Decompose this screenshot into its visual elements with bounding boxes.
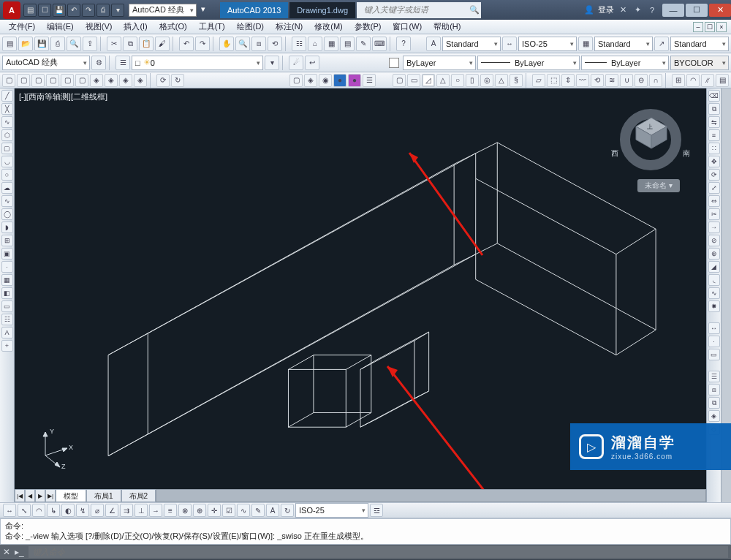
menu-format[interactable]: 格式(O)	[155, 20, 192, 34]
vs-2dwire-icon[interactable]: ▢	[289, 74, 303, 87]
open-icon[interactable]: 📂	[18, 37, 33, 51]
cut-icon[interactable]: ✂	[107, 37, 121, 51]
polygon-icon[interactable]: ⬡	[1, 129, 13, 141]
section-icon[interactable]: ⫽	[701, 74, 714, 87]
view-neiso-icon[interactable]: ◈	[119, 74, 132, 87]
close-button[interactable]: ✕	[709, 4, 731, 17]
help-icon[interactable]: ?	[646, 4, 658, 16]
view-seiso-icon[interactable]: ◈	[105, 74, 118, 87]
table-icon[interactable]: ☷	[1, 314, 13, 325]
command-history[interactable]: 命令: 命令: _-view 输入选项 [?/删除(D)/正交(O)/恢复(R)…	[0, 518, 731, 545]
lineweight-combo[interactable]: ByLayer	[581, 56, 669, 70]
print-icon[interactable]: ⎙	[50, 37, 65, 51]
textstyle-icon[interactable]: A	[426, 37, 441, 51]
view-top-icon[interactable]: ▢	[2, 74, 15, 87]
union-icon[interactable]: ∪	[620, 74, 633, 87]
view-bottom-icon[interactable]: ▢	[17, 74, 30, 87]
select-icon[interactable]: ▭	[708, 349, 720, 360]
tab-layout1[interactable]: 布局1	[86, 489, 121, 502]
qat-save-icon[interactable]: 💾	[53, 4, 66, 17]
mtext-icon[interactable]: A	[1, 327, 13, 338]
wedge-icon[interactable]: ◿	[422, 74, 435, 87]
save-icon[interactable]: 💾	[34, 37, 49, 51]
menu-window[interactable]: 窗口(W)	[388, 20, 426, 34]
maximize-button[interactable]: ☐	[686, 4, 708, 17]
regen-icon[interactable]: ↻	[171, 74, 184, 87]
centermark-icon[interactable]: ✛	[208, 504, 221, 517]
spline-icon[interactable]: ∿	[1, 195, 13, 207]
mdi-minimize-icon[interactable]: –	[693, 22, 703, 32]
mesh-icon[interactable]: ⊞	[672, 74, 685, 87]
hscroll-track[interactable]	[156, 489, 706, 502]
dimstyle-icon[interactable]: ↔	[502, 37, 517, 51]
search-box[interactable]: 键入关键字或短语	[357, 2, 481, 18]
layer-prev-icon[interactable]: ↩	[305, 56, 319, 70]
menu-tools[interactable]: 工具(T)	[194, 20, 230, 34]
qat-more-icon[interactable]: ▾	[111, 4, 124, 17]
vs-conceptual-icon[interactable]: ●	[348, 74, 361, 87]
help2-icon[interactable]: ?	[396, 37, 411, 51]
view-back-icon[interactable]: ▢	[75, 74, 88, 87]
chamfer-icon[interactable]: ◢	[708, 261, 720, 273]
loft-icon[interactable]: ≋	[605, 74, 618, 87]
extend-icon[interactable]: →	[708, 222, 720, 233]
erase-icon[interactable]: ⌫	[708, 90, 720, 102]
workspace-combo[interactable]: AutoCAD 经典	[2, 56, 90, 70]
ptor-icon[interactable]: ·	[708, 336, 720, 347]
markup-icon[interactable]: ✎	[356, 37, 371, 51]
orbit-icon[interactable]: ⟳	[156, 74, 170, 87]
new-icon[interactable]: ▤	[2, 37, 17, 51]
document-tab[interactable]: Drawing1.dwg	[289, 2, 355, 18]
dimjog-icon[interactable]: ↯	[76, 504, 89, 517]
layerprops-icon[interactable]: ☰	[115, 56, 130, 70]
viewcube[interactable]: 上 西 南	[616, 105, 686, 175]
sphere-icon[interactable]: ○	[451, 74, 464, 87]
sheetset-icon[interactable]: ▤	[340, 37, 355, 51]
addselected-icon[interactable]: +	[1, 340, 13, 352]
vs-manage-icon[interactable]: ☰	[363, 74, 376, 87]
signin-label[interactable]: 登录	[598, 4, 614, 15]
insert-icon[interactable]: ⊞	[1, 235, 13, 246]
gradient-icon[interactable]: ◧	[1, 287, 13, 299]
undo-icon[interactable]: ↶	[179, 37, 194, 51]
linetype-combo[interactable]: ByLayer	[477, 56, 580, 70]
vs-3dwire-icon[interactable]: ◈	[304, 74, 317, 87]
qat-new-icon[interactable]: ▤	[23, 4, 37, 17]
paste-icon[interactable]: 📋	[139, 37, 154, 51]
offset-icon[interactable]: ≡	[708, 129, 720, 141]
hatch-icon[interactable]: ▦	[1, 274, 13, 286]
workspace-dropdown-icon[interactable]: ▾	[201, 4, 213, 16]
menu-view[interactable]: 视图(V)	[81, 20, 117, 34]
command-input[interactable]	[29, 546, 728, 558]
qat-undo-icon[interactable]: ↶	[67, 4, 80, 17]
menu-dimension[interactable]: 标注(N)	[271, 20, 307, 34]
ellipse-icon[interactable]: ◯	[1, 208, 13, 220]
zoom-rt-icon[interactable]: 🔍	[235, 37, 250, 51]
planar-icon[interactable]: ▱	[532, 74, 545, 87]
dimaligned-icon[interactable]: ⤡	[18, 504, 31, 517]
dimedit-icon[interactable]: ✎	[251, 504, 265, 517]
box-icon[interactable]: ▢	[393, 74, 406, 87]
layer-states-icon[interactable]: ▾	[265, 56, 279, 70]
helix-icon[interactable]: §	[510, 74, 523, 87]
matchprop-icon[interactable]: 🖌	[155, 37, 170, 51]
dimcont-icon[interactable]: →	[149, 504, 162, 517]
plotstyle-combo[interactable]: BYCOLOR	[670, 56, 729, 70]
dimbase-icon[interactable]: ⊥	[135, 504, 148, 517]
app-tab[interactable]: AutoCAD 2013	[220, 2, 288, 18]
flatshot-icon[interactable]: ▤	[716, 74, 729, 87]
exchange-icon[interactable]: ✕	[617, 4, 629, 16]
menu-draw[interactable]: 绘图(D)	[232, 20, 268, 34]
publish-icon[interactable]: ⇪	[83, 37, 97, 51]
array-icon[interactable]: ∷	[708, 143, 720, 154]
menu-insert[interactable]: 插入(I)	[119, 20, 151, 34]
search-icon[interactable]: 🔍	[469, 5, 480, 15]
view-right-icon[interactable]: ▢	[46, 74, 59, 87]
menu-edit[interactable]: 编辑(E)	[42, 20, 78, 34]
layer-match-icon[interactable]: ☄	[289, 56, 303, 70]
view-swiso-icon[interactable]: ◈	[90, 74, 103, 87]
menu-file[interactable]: 文件(F)	[4, 20, 39, 34]
trim-icon[interactable]: ✂	[708, 208, 720, 220]
dimord-icon[interactable]: ↳	[47, 504, 60, 517]
rectangle-icon[interactable]: ▢	[1, 143, 13, 154]
